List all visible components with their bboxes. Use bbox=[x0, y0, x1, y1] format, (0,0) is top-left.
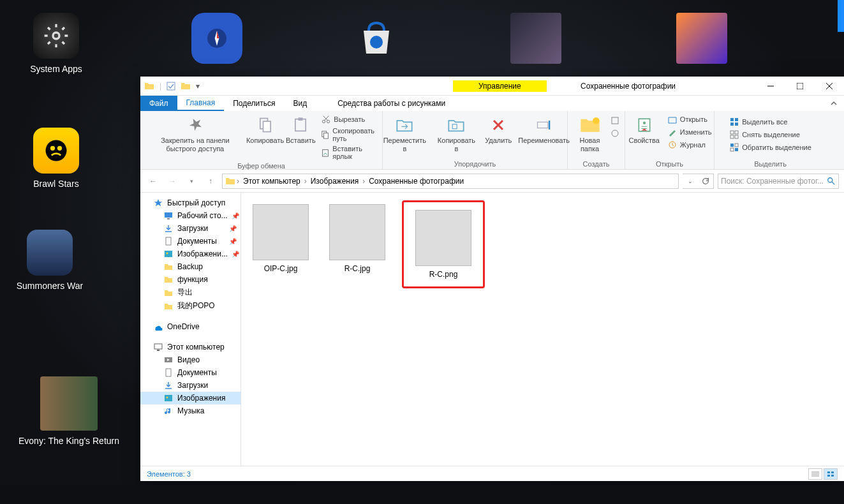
new-folder-button[interactable]: Новая папка bbox=[573, 114, 607, 154]
top-icon-game1[interactable] bbox=[498, 13, 574, 69]
tab-picture-tools[interactable]: Средства работы с рисунками bbox=[329, 96, 454, 111]
breadcrumb-bar[interactable]: › Этот компьютер › Изображения › Сохране… bbox=[222, 174, 679, 189]
sidebar-pictures2[interactable]: Изображения bbox=[140, 392, 241, 404]
open-button[interactable]: Открыть bbox=[666, 114, 713, 125]
back-button[interactable]: ← bbox=[145, 174, 161, 189]
easy-access-icon[interactable] bbox=[611, 129, 619, 138]
sidebar-quick-access[interactable]: Быстрый доступ bbox=[140, 196, 241, 209]
desktop-icon-evony[interactable]: Evony: The King's Return bbox=[0, 376, 139, 446]
icons-view-button[interactable] bbox=[824, 468, 838, 480]
ribbon-collapse-icon[interactable] bbox=[824, 96, 844, 111]
sidebar-music[interactable]: Музыка bbox=[140, 404, 241, 417]
ribbon: Закрепить на панели быстрого доступа Коп… bbox=[140, 111, 844, 170]
sidebar-downloads[interactable]: Загрузки📌 bbox=[140, 222, 241, 235]
svg-point-29 bbox=[593, 117, 600, 124]
svg-rect-27 bbox=[537, 122, 547, 128]
maximize-button[interactable] bbox=[785, 77, 815, 96]
pin-to-quick-access-button[interactable]: Закрепить на панели быстрого доступа bbox=[145, 114, 245, 154]
svg-point-31 bbox=[612, 130, 618, 137]
breadcrumb-item[interactable]: Сохраненные фотографии bbox=[366, 177, 466, 186]
svg-point-7 bbox=[370, 36, 383, 48]
svg-rect-43 bbox=[730, 144, 734, 147]
sidebar-documents[interactable]: Документы📌 bbox=[140, 235, 241, 248]
pin-icon: 📌 bbox=[232, 212, 239, 219]
tab-view[interactable]: Вид bbox=[284, 96, 316, 111]
move-to-button[interactable]: Переместить в bbox=[380, 114, 430, 154]
sidebar-pictures[interactable]: Изображени...📌 bbox=[140, 248, 241, 260]
file-name: R-C.jpg bbox=[344, 264, 371, 273]
select-none-button[interactable]: Снять выделение bbox=[728, 129, 813, 140]
desktop-icon-summoners-war[interactable]: Summoners War bbox=[11, 230, 88, 291]
qat-dropdown-icon[interactable]: ▾ bbox=[196, 82, 200, 91]
file-item[interactable]: R-C.jpg bbox=[325, 200, 389, 277]
sidebar-videos[interactable]: Видео bbox=[140, 353, 241, 366]
sidebar-folder-function[interactable]: функция bbox=[140, 273, 241, 286]
svg-rect-15 bbox=[295, 119, 306, 131]
folder-icon bbox=[225, 176, 235, 186]
tab-share[interactable]: Поделиться bbox=[224, 96, 284, 111]
file-list[interactable]: OIP-C.jpg R-C.jpg R-C.png bbox=[241, 193, 844, 466]
downloads-icon bbox=[163, 380, 174, 390]
search-icon[interactable] bbox=[827, 177, 836, 186]
breadcrumb-item[interactable]: Этот компьютер bbox=[241, 177, 303, 186]
file-item-highlighted[interactable]: R-C.png bbox=[402, 200, 485, 288]
sidebar-folder-export[interactable]: 导出 bbox=[140, 286, 241, 299]
copy-path-button[interactable]: Скопировать путь bbox=[320, 126, 377, 143]
sidebar-documents2[interactable]: Документы bbox=[140, 366, 241, 379]
details-view-button[interactable] bbox=[808, 468, 822, 480]
sidebar-downloads2[interactable]: Загрузки bbox=[140, 379, 241, 392]
close-button[interactable] bbox=[815, 77, 844, 96]
paste-button[interactable]: Вставить bbox=[285, 114, 316, 146]
desktop-icon bbox=[163, 211, 174, 221]
sidebar-desktop[interactable]: Рабочий сто...📌 bbox=[140, 209, 241, 222]
paste-shortcut-button[interactable]: Вставить ярлык bbox=[320, 144, 377, 161]
desktop-icon-label: Summoners War bbox=[17, 281, 84, 291]
search-input[interactable] bbox=[721, 177, 836, 186]
desktop-icon-brawl-stars[interactable]: Brawl Stars bbox=[18, 128, 94, 189]
delete-button[interactable]: Удалить bbox=[483, 114, 514, 146]
select-all-button[interactable]: Выделить все bbox=[728, 116, 813, 128]
desktop-icon-label: System Apps bbox=[30, 64, 82, 74]
edit-button[interactable]: Изменить bbox=[666, 126, 713, 138]
up-button[interactable]: ↑ bbox=[203, 174, 218, 189]
svg-rect-30 bbox=[612, 117, 618, 124]
svg-rect-64 bbox=[827, 471, 830, 473]
minimize-button[interactable] bbox=[756, 77, 785, 96]
properties-button[interactable]: Свойства bbox=[626, 114, 662, 146]
history-button[interactable]: Журнал bbox=[666, 139, 713, 151]
svg-line-20 bbox=[323, 116, 328, 121]
copy-to-button[interactable]: Копировать в bbox=[434, 114, 479, 154]
cut-button[interactable]: Вырезать bbox=[320, 114, 377, 125]
qat-checkbox-icon[interactable] bbox=[167, 82, 175, 91]
rename-button[interactable]: Переименовать bbox=[517, 114, 570, 146]
ribbon-group-label: Открыть bbox=[656, 160, 683, 168]
tab-home[interactable]: Главная bbox=[177, 96, 225, 111]
sidebar-folder-backup[interactable]: Backup bbox=[140, 260, 241, 273]
sidebar-onedrive[interactable]: OneDrive bbox=[140, 320, 241, 333]
svg-rect-59 bbox=[165, 395, 172, 401]
titlebar[interactable]: | ▾ Управление Сохраненные фотографии bbox=[140, 77, 844, 96]
sidebar-folder-popo[interactable]: 我的POPO bbox=[140, 299, 241, 313]
file-item[interactable]: OIP-C.jpg bbox=[249, 200, 313, 277]
top-icon-store[interactable] bbox=[338, 13, 415, 69]
refresh-button[interactable] bbox=[698, 177, 713, 186]
new-item-icon[interactable] bbox=[611, 116, 619, 125]
file-thumbnail bbox=[415, 210, 471, 266]
invert-selection-button[interactable]: Обратить выделение bbox=[728, 142, 813, 153]
taskbar-icon[interactable] bbox=[818, 488, 831, 501]
svg-point-2 bbox=[50, 146, 55, 151]
emulator-edge bbox=[838, 0, 844, 32]
forward-button[interactable]: → bbox=[165, 174, 180, 189]
desktop-icon-system-apps[interactable]: System Apps bbox=[18, 13, 94, 74]
svg-point-3 bbox=[57, 146, 62, 151]
search-box[interactable] bbox=[718, 174, 839, 189]
documents-icon bbox=[163, 367, 174, 378]
recent-dropdown-icon[interactable]: ▾ bbox=[184, 174, 199, 189]
tab-file[interactable]: Файл bbox=[140, 96, 177, 111]
top-icon-game2[interactable] bbox=[663, 13, 740, 69]
top-icon-browser[interactable] bbox=[179, 13, 255, 69]
copy-button[interactable]: Копировать bbox=[249, 114, 282, 146]
sidebar-this-pc[interactable]: Этот компьютер bbox=[140, 341, 241, 353]
path-dropdown-icon[interactable]: ⌄ bbox=[683, 178, 698, 184]
breadcrumb-item[interactable]: Изображения bbox=[308, 177, 361, 186]
